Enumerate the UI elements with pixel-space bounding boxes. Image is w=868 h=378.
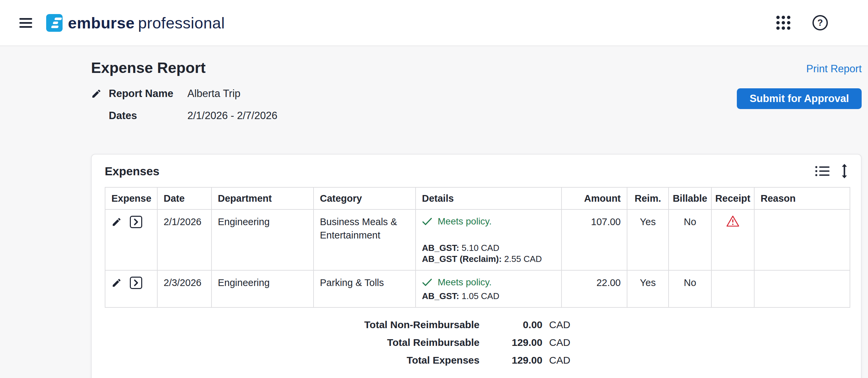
cell-billable: No: [669, 270, 711, 307]
col-billable: Billable: [669, 187, 711, 210]
page-title: Expense Report: [91, 59, 206, 77]
total-non-reimbursable-row: Total Non-Reimbursable 0.00 CAD: [105, 316, 848, 334]
cell-amount: 22.00: [561, 270, 627, 307]
report-meta: Report Name Alberta Trip Dates 2/1/2026 …: [91, 86, 277, 124]
edit-icon: [112, 278, 122, 288]
cell-department: Engineering: [212, 270, 313, 307]
edit-expense-button[interactable]: [112, 217, 122, 227]
help-icon[interactable]: ?: [812, 15, 828, 30]
brand-wordmark: emburseprofessional: [68, 14, 225, 32]
total-label: Total Non-Reimbursable: [105, 319, 479, 330]
total-label: Total Expenses: [105, 354, 479, 366]
edit-expense-button[interactable]: [112, 278, 122, 288]
emburse-logo-icon: [46, 14, 63, 32]
print-report-link[interactable]: Print Report: [806, 62, 862, 75]
open-expense-button[interactable]: [130, 216, 142, 228]
col-department: Department: [212, 187, 313, 210]
cell-details: Meets policy.AB_GST: 1.05 CAD: [415, 270, 561, 307]
total-currency: CAD: [542, 337, 570, 348]
tax-detail-line: AB_GST (Reclaim): 2.55 CAD: [422, 254, 555, 264]
expenses-panel: Expenses: [91, 154, 862, 378]
cell-billable: No: [669, 210, 711, 270]
total-reimbursable-row: Total Reimbursable 129.00 CAD: [105, 334, 848, 351]
table-header-row: Expense Date Department Category Details…: [105, 187, 850, 210]
tax-detail-line: AB_GST: 5.10 CAD: [422, 243, 555, 254]
cell-receipt: [711, 210, 754, 270]
main-content: Expense Report Print Report Report Name …: [0, 46, 868, 378]
menu-icon[interactable]: [20, 16, 32, 30]
top-bar: emburseprofessional ?: [0, 0, 868, 46]
expense-row: 2/1/2026EngineeringBusiness Meals & Ente…: [105, 210, 850, 270]
cell-amount: 107.00: [561, 210, 627, 270]
cell-category: Business Meals & Entertainment: [313, 210, 415, 270]
edit-pencil-icon: [91, 88, 102, 99]
total-currency: CAD: [542, 319, 570, 330]
policy-status: Meets policy.: [422, 215, 555, 228]
report-name-value: Alberta Trip: [187, 86, 277, 102]
chevron-right-icon: [133, 218, 139, 225]
col-date: Date: [157, 187, 212, 210]
total-label: Total Reimbursable: [105, 337, 479, 348]
check-icon: [422, 278, 432, 287]
brand-logo: emburseprofessional: [46, 14, 225, 32]
brand-name-secondary: professional: [138, 14, 224, 32]
cell-details: Meets policy.AB_GST: 5.10 CADAB_GST (Rec…: [415, 210, 561, 270]
total-expenses-row: Total Expenses 129.00 CAD: [105, 351, 848, 369]
policy-status: Meets policy.: [422, 276, 555, 289]
edit-icon: [112, 217, 122, 227]
col-details: Details: [415, 187, 561, 210]
expenses-panel-title: Expenses: [105, 165, 159, 178]
cell-reimbursable: Yes: [627, 210, 669, 270]
expense-row: 2/3/2026EngineeringParking & TollsMeets …: [105, 270, 850, 307]
list-view-icon[interactable]: [815, 165, 830, 177]
cell-reason: [754, 270, 850, 307]
cell-date: 2/3/2026: [157, 270, 212, 307]
col-reim: Reim.: [627, 187, 669, 210]
brand-name-primary: emburse: [68, 14, 134, 32]
policy-status-text: Meets policy.: [438, 276, 492, 289]
totals-section: Total Non-Reimbursable 0.00 CAD Total Re…: [105, 316, 848, 369]
cell-expense-actions: [105, 270, 157, 307]
cell-reason: [754, 210, 850, 270]
submit-for-approval-button[interactable]: Submit for Approval: [737, 88, 862, 109]
check-icon: [422, 217, 432, 226]
expenses-table: Expense Date Department Category Details…: [105, 187, 850, 308]
cell-date: 2/1/2026: [157, 210, 212, 270]
open-expense-button[interactable]: [130, 277, 142, 289]
policy-status-text: Meets policy.: [438, 215, 492, 228]
receipt-warning-button[interactable]: [726, 215, 740, 227]
apps-grid-icon[interactable]: [776, 16, 790, 30]
chevron-right-icon: [133, 279, 139, 286]
edit-report-name-button[interactable]: [91, 88, 102, 99]
cell-receipt: [711, 270, 754, 307]
cell-reimbursable: Yes: [627, 270, 669, 307]
col-amount: Amount: [561, 187, 627, 210]
col-expense: Expense: [105, 187, 157, 210]
total-amount: 129.00: [479, 354, 542, 366]
receipt-warning-icon: [726, 215, 740, 227]
total-amount: 129.00: [479, 337, 542, 348]
col-category: Category: [313, 187, 415, 210]
sort-vertical-icon[interactable]: [841, 163, 848, 179]
cell-expense-actions: [105, 210, 157, 270]
report-name-label: Report Name: [109, 86, 187, 102]
dates-value: 2/1/2026 - 2/7/2026: [187, 108, 277, 124]
tax-detail-line: AB_GST: 1.05 CAD: [422, 291, 555, 302]
dates-label: Dates: [109, 108, 187, 124]
col-reason: Reason: [754, 187, 850, 210]
cell-category: Parking & Tolls: [313, 270, 415, 307]
cell-department: Engineering: [212, 210, 313, 270]
total-amount: 0.00: [479, 319, 542, 330]
col-receipt: Receipt: [711, 187, 754, 210]
total-currency: CAD: [542, 354, 570, 366]
